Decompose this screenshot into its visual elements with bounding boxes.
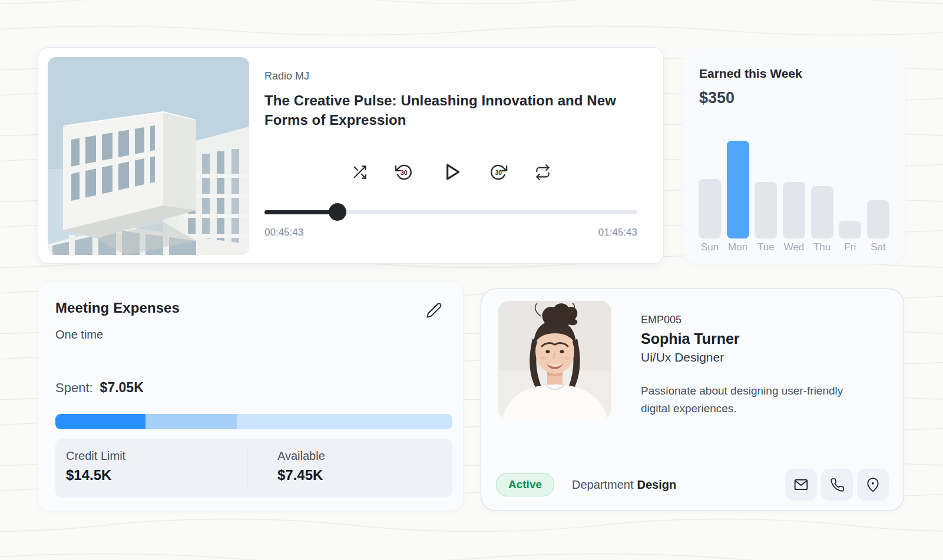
chart-column: Wed bbox=[783, 182, 805, 253]
employee-id: EMP005 bbox=[641, 314, 681, 326]
status-badge: Active bbox=[496, 473, 554, 496]
earned-title: Earned this Week bbox=[699, 67, 802, 81]
chart-bar bbox=[867, 200, 889, 238]
chart-bar-label: Sun bbox=[701, 241, 719, 253]
pencil-icon bbox=[426, 302, 442, 319]
location-button[interactable] bbox=[857, 469, 889, 501]
player-controls: 30 30 bbox=[264, 158, 637, 185]
credit-limit-label: Credit Limit bbox=[66, 449, 125, 463]
phone-icon bbox=[830, 478, 845, 492]
svg-text:30: 30 bbox=[495, 170, 502, 176]
weekly-earnings-chart: SunMonTueWedThuFriSat bbox=[699, 139, 889, 253]
expense-progress-segment bbox=[145, 414, 237, 429]
earned-amount: $350 bbox=[699, 89, 734, 107]
chart-column: Sun bbox=[699, 179, 721, 253]
chart-bar bbox=[839, 221, 861, 238]
chart-column: Fri bbox=[839, 221, 861, 253]
phone-button[interactable] bbox=[821, 469, 853, 501]
available-label: Available bbox=[277, 449, 325, 463]
player-card: Radio MJ The Creative Pulse: Unleashing … bbox=[38, 47, 664, 264]
svg-text:30: 30 bbox=[401, 170, 408, 176]
chart-column: Sat bbox=[867, 200, 889, 253]
chart-bar-highlighted bbox=[727, 141, 749, 238]
expense-progress-segment bbox=[237, 414, 452, 429]
expense-progress-segment bbox=[55, 414, 145, 429]
rewind-30-button[interactable]: 30 bbox=[395, 163, 413, 181]
background-wave-line bbox=[0, 519, 943, 532]
limits-divider bbox=[247, 449, 247, 487]
employee-name: Sophia Turner bbox=[641, 330, 740, 347]
spent-value: $7.05K bbox=[100, 380, 144, 395]
chart-column: Mon bbox=[727, 141, 749, 253]
chart-bar-label: Tue bbox=[757, 241, 775, 253]
mail-icon bbox=[793, 477, 809, 492]
chart-bar bbox=[755, 182, 777, 238]
background-wave-line bbox=[0, 0, 943, 4]
chart-bar bbox=[811, 186, 833, 238]
elapsed-time: 00:45:43 bbox=[264, 227, 303, 238]
player-content: Radio MJ The Creative Pulse: Unleashing … bbox=[264, 48, 637, 263]
seek-slider[interactable] bbox=[264, 202, 637, 222]
department-label: Department bbox=[572, 478, 634, 491]
meeting-card: Meeting Expenses One time Spent:$7.05K C… bbox=[38, 281, 464, 511]
limits-panel: Credit Limit $14.5K Available $7.45K bbox=[55, 439, 452, 498]
mail-button[interactable] bbox=[785, 469, 817, 501]
employee-actions bbox=[785, 469, 889, 501]
credit-limit-value: $14.5K bbox=[66, 467, 111, 483]
shuffle-button[interactable] bbox=[352, 164, 368, 180]
background-wave-line bbox=[0, 554, 943, 560]
employee-card: EMP005 Sophia Turner Ui/Ux Designer Pass… bbox=[481, 289, 904, 511]
chart-bar-label: Mon bbox=[728, 241, 747, 253]
total-time: 01:45:43 bbox=[598, 227, 637, 238]
department-value: Design bbox=[637, 478, 677, 491]
background-wave-line bbox=[0, 26, 943, 35]
chart-bar-label: Wed bbox=[784, 241, 805, 253]
chart-bar-label: Fri bbox=[844, 241, 856, 253]
seek-knob[interactable] bbox=[329, 203, 346, 221]
album-art-image bbox=[48, 57, 249, 255]
spent-label: Spent: bbox=[55, 380, 93, 395]
play-icon bbox=[440, 161, 462, 183]
employee-footer: Active DepartmentDesign bbox=[496, 468, 889, 501]
shuffle-icon bbox=[352, 164, 368, 180]
department: DepartmentDesign bbox=[572, 478, 676, 492]
forward-30-button[interactable]: 30 bbox=[489, 163, 508, 181]
expense-progress-bar bbox=[55, 414, 452, 429]
seek-progress bbox=[264, 210, 336, 214]
employee-photo bbox=[498, 301, 611, 420]
available-value: $7.45K bbox=[277, 467, 323, 483]
chart-bar bbox=[699, 179, 721, 238]
track-title: The Creative Pulse: Unleashing Innovatio… bbox=[264, 91, 641, 130]
employee-role: Ui/Ux Designer bbox=[641, 350, 724, 365]
earned-card: Earned this Week $350 SunMonTueWedThuFri… bbox=[683, 49, 905, 264]
chart-bar bbox=[783, 182, 805, 238]
play-button[interactable] bbox=[440, 161, 462, 183]
station-name: Radio MJ bbox=[264, 70, 309, 82]
edit-button[interactable] bbox=[425, 302, 443, 320]
employee-photo-image bbox=[498, 301, 611, 420]
billing-frequency: One time bbox=[55, 328, 103, 342]
repeat-button[interactable] bbox=[535, 164, 551, 180]
repeat-icon bbox=[535, 164, 551, 180]
meeting-title: Meeting Expenses bbox=[55, 300, 180, 316]
chart-bar-label: Thu bbox=[813, 241, 830, 253]
employee-bio: Passionate about designing user-friendly… bbox=[641, 382, 871, 418]
location-pin-icon bbox=[865, 477, 881, 492]
chart-bar-label: Sat bbox=[871, 241, 886, 253]
chart-column: Tue bbox=[755, 182, 777, 253]
spent-row: Spent:$7.05K bbox=[55, 380, 144, 396]
forward-30-icon: 30 bbox=[489, 163, 508, 181]
rewind-30-icon: 30 bbox=[395, 163, 413, 181]
album-art bbox=[48, 57, 249, 255]
chart-column: Thu bbox=[811, 186, 833, 253]
